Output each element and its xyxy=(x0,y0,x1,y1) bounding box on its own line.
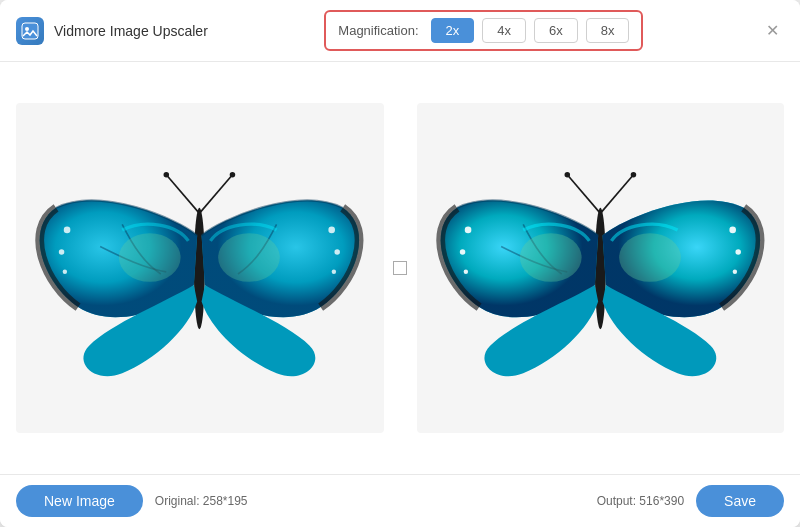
svg-point-23 xyxy=(729,226,736,233)
output-butterfly-svg xyxy=(435,120,766,417)
divider xyxy=(400,78,401,458)
svg-point-26 xyxy=(520,233,582,282)
svg-point-11 xyxy=(335,249,341,255)
original-image-panel xyxy=(16,78,384,458)
content-area xyxy=(0,62,800,474)
footer: New Image Original: 258*195 Output: 516*… xyxy=(0,474,800,527)
original-butterfly-svg xyxy=(34,120,365,417)
svg-line-17 xyxy=(600,174,633,213)
svg-point-14 xyxy=(218,233,280,282)
svg-point-12 xyxy=(332,269,336,273)
magnification-label: Magnification: xyxy=(338,23,418,38)
compare-checkbox[interactable] xyxy=(393,261,407,275)
svg-point-19 xyxy=(631,172,637,178)
magnification-controls: Magnification: 2x 4x 6x 8x xyxy=(324,10,643,51)
app-icon xyxy=(16,17,44,45)
svg-point-24 xyxy=(735,249,741,255)
svg-point-15 xyxy=(595,207,606,328)
svg-point-22 xyxy=(464,269,468,273)
save-button[interactable]: Save xyxy=(696,485,784,517)
svg-line-4 xyxy=(200,174,233,213)
svg-point-7 xyxy=(64,226,71,233)
mag-6x-button[interactable]: 6x xyxy=(534,18,578,43)
original-image-box xyxy=(16,103,384,433)
original-info: Original: 258*195 xyxy=(155,494,248,508)
svg-rect-0 xyxy=(22,23,38,39)
output-info: Output: 516*390 xyxy=(597,494,684,508)
mag-8x-button[interactable]: 8x xyxy=(586,18,630,43)
mag-4x-button[interactable]: 4x xyxy=(482,18,526,43)
svg-point-10 xyxy=(329,226,336,233)
close-button[interactable]: ✕ xyxy=(760,19,784,43)
output-image-box xyxy=(417,103,785,433)
mag-2x-button[interactable]: 2x xyxy=(431,18,475,43)
output-image-panel xyxy=(417,78,785,458)
svg-point-27 xyxy=(619,233,681,282)
svg-point-6 xyxy=(230,172,236,178)
svg-point-1 xyxy=(25,27,29,31)
svg-point-18 xyxy=(564,172,570,178)
app-window: Vidmore Image Upscaler Magnification: 2x… xyxy=(0,0,800,527)
svg-point-25 xyxy=(733,269,737,273)
svg-point-20 xyxy=(465,226,472,233)
svg-point-21 xyxy=(460,249,466,255)
svg-point-2 xyxy=(194,207,205,328)
app-title: Vidmore Image Upscaler xyxy=(54,23,208,39)
svg-point-5 xyxy=(164,172,170,178)
svg-point-8 xyxy=(59,249,65,255)
svg-line-16 xyxy=(567,174,600,213)
titlebar-left: Vidmore Image Upscaler xyxy=(16,17,208,45)
svg-point-9 xyxy=(63,269,67,273)
svg-point-13 xyxy=(119,233,181,282)
titlebar: Vidmore Image Upscaler Magnification: 2x… xyxy=(0,0,800,62)
new-image-button[interactable]: New Image xyxy=(16,485,143,517)
svg-line-3 xyxy=(167,174,200,213)
